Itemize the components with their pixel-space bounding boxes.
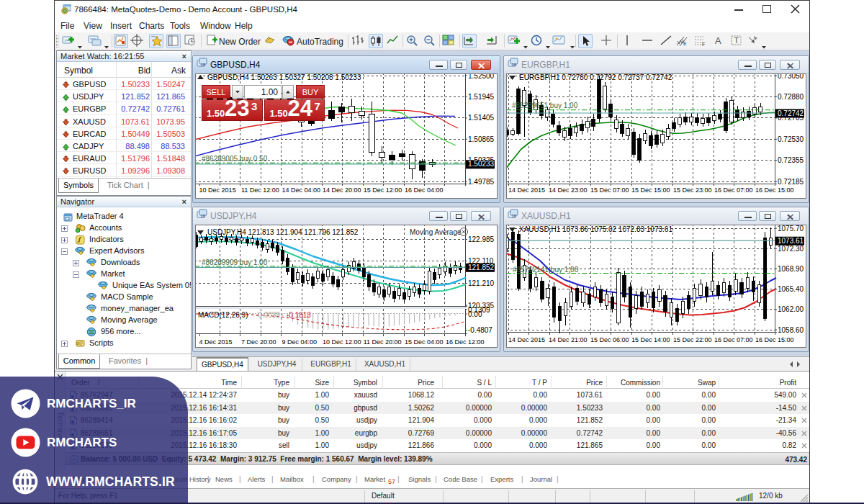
svg-text:14 Dec 2015: 14 Dec 2015: [508, 186, 545, 194]
svg-text:Moving Average: Moving Average: [410, 228, 462, 236]
svg-text:0.73050: 0.73050: [778, 74, 804, 80]
svg-text:A: A: [715, 35, 721, 46]
svg-text:1068.90: 1068.90: [778, 265, 804, 273]
svg-text:16 Dec 15:00: 16 Dec 15:00: [755, 186, 794, 194]
svg-text:1.49785: 1.49785: [468, 178, 495, 186]
svg-text:14 Dec 21:00: 14 Dec 21:00: [549, 336, 588, 343]
svg-text:-0.1813: -0.1813: [287, 311, 311, 319]
svg-text:16 Dec 04:00: 16 Dec 04:00: [405, 186, 444, 194]
svg-text:16 Dec 07:00: 16 Dec 07:00: [714, 186, 753, 194]
svg-text:1062.00: 1062.00: [778, 305, 804, 313]
svg-text:XAUUSD,H1 1073.86 1075.02 107: XAUUSD,H1 1073.86 1075.02 1072.83 1073.6…: [519, 225, 672, 233]
svg-text:10: 10: [512, 63, 517, 67]
svg-text:MACD(12,26,9): MACD(12,26,9): [198, 311, 248, 319]
svg-text:4 Dec 2015: 4 Dec 2015: [199, 338, 233, 346]
svg-text:14 Dec 23:00: 14 Dec 23:00: [549, 186, 588, 194]
svg-text:14 Dec 04:00: 14 Dec 04:00: [282, 186, 321, 194]
svg-text:15 Dec 06:00: 15 Dec 06:00: [590, 336, 629, 343]
svg-text:#86289651 buy 1.00: #86289651 buy 1.00: [512, 102, 578, 109]
svg-text:1.50233: 1.50233: [468, 160, 495, 168]
svg-text:15 Dec 07:00: 15 Dec 07:00: [590, 186, 629, 194]
svg-text:#85762141 buy 1.00: #85762141 buy 1.00: [513, 266, 579, 274]
svg-text:16 Dec 15:00: 16 Dec 15:00: [755, 336, 794, 343]
svg-text:-0.0039: -0.0039: [256, 311, 280, 319]
svg-text:F: F: [702, 42, 705, 47]
svg-text:122.985: 122.985: [468, 235, 495, 243]
svg-text:1072.30: 1072.30: [778, 245, 804, 253]
svg-text:15 Dec 14:00: 15 Dec 14:00: [631, 336, 670, 343]
svg-text:USDJPY,H4 121.813 121.904 121: USDJPY,H4 121.813 121.904 121.796 121.85…: [207, 228, 359, 236]
svg-text:1065.40: 1065.40: [778, 285, 804, 293]
svg-text:1.51945: 1.51945: [468, 93, 495, 101]
svg-text:0.72880: 0.72880: [778, 93, 804, 101]
svg-text:15 Dec 12:00: 15 Dec 12:00: [364, 186, 402, 194]
svg-text:11 Dec 20:00: 11 Dec 20:00: [364, 338, 402, 346]
svg-text:10 Dec 12:00: 10 Dec 12:00: [323, 338, 361, 346]
svg-text:1.50865: 1.50865: [468, 135, 495, 143]
svg-text:1.52500: 1.52500: [468, 74, 495, 80]
svg-text:0.00: 0.00: [468, 310, 482, 318]
svg-text:1073.61: 1073.61: [778, 237, 804, 245]
svg-text:GBPUSD,H4 1.50263 1.50327 1.5: GBPUSD,H4 1.50263 1.50327 1.50208 1.5023…: [207, 74, 361, 81]
svg-text:16 Dec 07:00: 16 Dec 07:00: [714, 336, 753, 343]
svg-text:10: 10: [201, 63, 206, 67]
svg-text:14 Dec 2015: 14 Dec 2015: [508, 336, 545, 343]
svg-text:#86289005 buy 0.50: #86289005 buy 0.50: [202, 155, 268, 163]
svg-text:10: 10: [512, 214, 517, 218]
svg-text:7 Dec 20:00: 7 Dec 20:00: [241, 338, 276, 346]
svg-text:121.852: 121.852: [468, 264, 495, 271]
svg-text:16 Dec 12:00: 16 Dec 12:00: [446, 338, 485, 346]
svg-text:15 Dec 23:00: 15 Dec 23:00: [673, 186, 712, 194]
svg-text:0.72742: 0.72742: [778, 109, 804, 117]
svg-text:121.210: 121.210: [468, 279, 495, 287]
svg-text:11 Dec 12:00: 11 Dec 12:00: [241, 186, 279, 194]
svg-text:15 Dec 22:00: 15 Dec 22:00: [673, 336, 712, 343]
svg-text:15 Dec 04:00: 15 Dec 04:00: [405, 338, 444, 346]
svg-text:-0.4807: -0.4807: [468, 326, 492, 334]
svg-text:15 Dec 15:00: 15 Dec 15:00: [631, 186, 670, 194]
svg-text:T: T: [734, 36, 739, 45]
svg-text:1075.70: 1075.70: [778, 225, 804, 233]
svg-text:9 Dec 04:00: 9 Dec 04:00: [282, 338, 318, 346]
svg-text:0.72530: 0.72530: [778, 135, 804, 143]
svg-text:14 Dec 20:00: 14 Dec 20:00: [323, 186, 361, 194]
svg-text:10: 10: [201, 214, 206, 218]
svg-text:#86289909 buy 1.00: #86289909 buy 1.00: [202, 258, 268, 266]
svg-text:E: E: [683, 41, 687, 46]
svg-text:0.72185: 0.72185: [778, 178, 804, 186]
svg-text:1058.60: 1058.60: [778, 326, 804, 334]
svg-text:10 Dec 2015: 10 Dec 2015: [199, 186, 236, 194]
svg-text:EURGBP,H1 0.72780 0.72792 0.7: EURGBP,H1 0.72780 0.72792 0.72737 0.7274…: [519, 74, 672, 81]
svg-text:0.72355: 0.72355: [778, 156, 804, 164]
svg-text:1.51405: 1.51405: [468, 114, 495, 122]
